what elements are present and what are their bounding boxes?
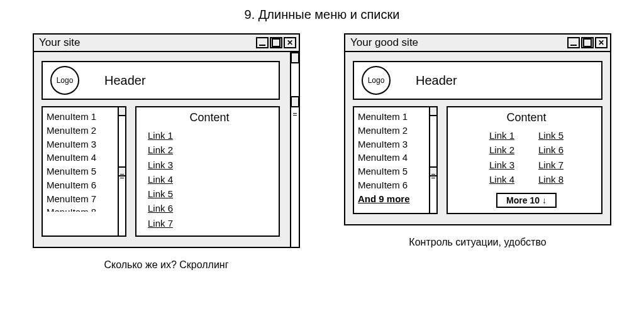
window-title: Your site xyxy=(39,36,80,49)
sidebar-menu: MenuItem 1 MenuItem 2 MenuItem 3 MenuIte… xyxy=(42,106,126,237)
content-link[interactable]: Link 8 xyxy=(538,172,564,187)
panel-title: Content xyxy=(148,111,271,124)
content-link[interactable]: Link 1 xyxy=(148,128,271,143)
sidebar-item[interactable]: MenuItem 4 xyxy=(47,151,116,165)
sidebar-more-link[interactable]: And 9 more xyxy=(358,192,428,206)
minimize-icon[interactable] xyxy=(567,37,580,48)
sidebar-item[interactable]: MenuItem 5 xyxy=(358,165,428,178)
content-row: MenuItem 1 MenuItem 2 MenuItem 3 MenuIte… xyxy=(353,106,602,214)
scrollbar-thumb[interactable] xyxy=(118,106,126,116)
content-link[interactable]: Link 2 xyxy=(148,143,271,157)
sidebar-item-cutoff[interactable]: MenuItem 8 xyxy=(47,205,116,212)
sidebar-item[interactable]: MenuItem 3 xyxy=(47,138,116,151)
content-link[interactable]: Link 4 xyxy=(489,172,514,187)
window-body: Logo Header MenuItem 1 MenuItem 2 MenuIt… xyxy=(34,52,299,247)
titlebar: Your good site xyxy=(345,35,610,52)
site-header: Logo Header xyxy=(353,61,602,100)
window-controls xyxy=(256,37,296,48)
more-button[interactable]: More 10 ↓ xyxy=(496,193,557,208)
maximize-icon[interactable] xyxy=(581,37,594,48)
close-icon[interactable] xyxy=(284,37,296,48)
browser-window-right: Your good site Logo Header xyxy=(344,33,611,225)
bad-example: Your site Logo Header xyxy=(33,33,300,271)
content-link[interactable]: Link 5 xyxy=(538,128,564,143)
sidebar-item[interactable]: MenuItem 2 xyxy=(358,124,428,138)
good-example: Your good site Logo Header xyxy=(344,33,611,271)
scrollbar-thumb[interactable] xyxy=(291,52,299,63)
content-link[interactable]: Link 6 xyxy=(538,143,564,157)
link-col: Link 1 Link 2 Link 3 Link 4 xyxy=(489,128,514,187)
link-col: Link 5 Link 6 Link 7 Link 8 xyxy=(538,128,564,187)
logo-icon: Logo xyxy=(362,66,391,95)
caption-right: Контроль ситуации, удобство xyxy=(409,237,546,248)
link-list: Link 1 Link 2 Link 3 Link 4 Link 5 Link … xyxy=(148,128,271,230)
page-scrollbar[interactable] xyxy=(290,52,299,247)
sidebar-item[interactable]: MenuItem 6 xyxy=(358,178,428,192)
sidebar-item[interactable]: MenuItem 5 xyxy=(47,165,116,178)
browser-window-left: Your site Logo Header xyxy=(33,33,300,248)
sidebar-scrollbar[interactable] xyxy=(429,106,438,214)
minimize-icon[interactable] xyxy=(256,37,269,48)
header-label: Header xyxy=(416,73,457,88)
scrollbar-thumb[interactable] xyxy=(291,96,299,107)
header-label: Header xyxy=(104,73,146,88)
content-link[interactable]: Link 3 xyxy=(489,158,514,172)
maximize-icon[interactable] xyxy=(270,37,282,48)
page-title: 9. Длинные меню и списки xyxy=(245,8,400,22)
caption-left: Сколько же их? Скроллинг xyxy=(104,259,228,271)
link-grid: Link 1 Link 2 Link 3 Link 4 Link 5 Link … xyxy=(459,128,594,187)
content-link[interactable]: Link 4 xyxy=(148,172,271,187)
window-title: Your good site xyxy=(350,36,418,49)
sidebar-item[interactable]: MenuItem 1 xyxy=(358,110,428,124)
content-panel: Content Link 1 Link 2 Link 3 Link 4 Link… xyxy=(135,106,280,237)
comparison-layout: Your site Logo Header xyxy=(0,33,644,271)
content-link[interactable]: Link 3 xyxy=(148,158,271,172)
site-header: Logo Header xyxy=(42,61,280,100)
close-icon[interactable] xyxy=(595,37,608,48)
content-row: MenuItem 1 MenuItem 2 MenuItem 3 MenuIte… xyxy=(42,106,280,237)
content-link[interactable]: Link 7 xyxy=(148,216,271,230)
titlebar: Your site xyxy=(34,35,299,52)
content-panel: Content Link 1 Link 2 Link 3 Link 4 Link… xyxy=(447,106,602,214)
sidebar-item[interactable]: MenuItem 6 xyxy=(47,178,116,192)
panel-title: Content xyxy=(459,111,594,124)
scrollbar-thumb[interactable] xyxy=(429,106,438,116)
sidebar-item[interactable]: MenuItem 2 xyxy=(47,124,116,138)
window-controls xyxy=(567,37,608,48)
sidebar-scrollbar[interactable] xyxy=(118,106,126,237)
sidebar-item[interactable]: MenuItem 1 xyxy=(47,110,116,124)
content-link[interactable]: Link 5 xyxy=(148,187,271,201)
sidebar-menu: MenuItem 1 MenuItem 2 MenuItem 3 MenuIte… xyxy=(353,106,438,214)
content-link[interactable]: Link 7 xyxy=(538,158,564,172)
content-link[interactable]: Link 2 xyxy=(489,143,514,157)
content-link[interactable]: Link 6 xyxy=(148,201,271,215)
content-link[interactable]: Link 1 xyxy=(489,128,514,143)
sidebar-item[interactable]: MenuItem 4 xyxy=(358,151,428,165)
sidebar-item[interactable]: MenuItem 7 xyxy=(47,192,116,206)
logo-icon: Logo xyxy=(50,66,79,95)
sidebar-item[interactable]: MenuItem 3 xyxy=(358,138,428,151)
window-body: Logo Header MenuItem 1 MenuItem 2 MenuIt… xyxy=(345,52,610,224)
